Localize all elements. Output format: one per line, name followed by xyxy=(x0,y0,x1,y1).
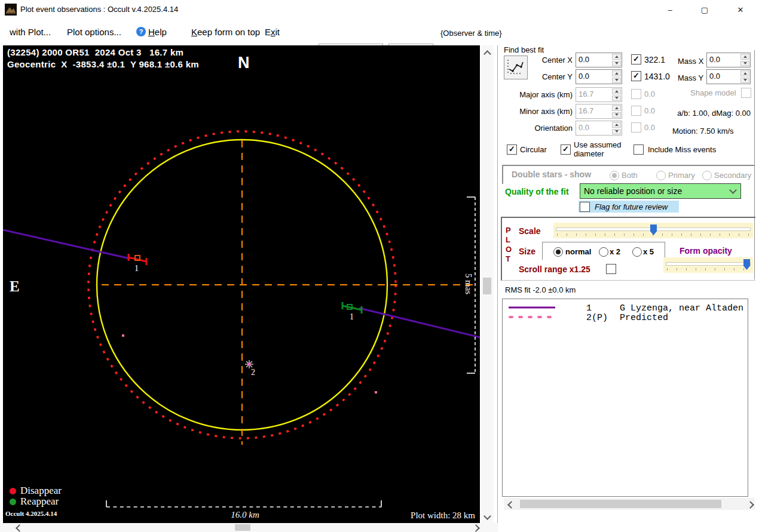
menu-help[interactable]: ? Help xyxy=(148,27,167,37)
double-stars-label: Double stars - show xyxy=(512,170,591,179)
plot-horizontal-scrollbar[interactable] xyxy=(0,523,498,532)
form-opacity-track[interactable] xyxy=(666,262,751,266)
plot-title-line2: Geocentric X -3853.4 ±0.1 Y 968.1 ±0.6 k… xyxy=(7,59,199,69)
include-miss-checkbox[interactable] xyxy=(633,144,644,155)
observation-row[interactable]: 2(P) Predicted xyxy=(503,312,748,322)
major-axis-value[interactable]: 16.7 xyxy=(576,88,611,102)
minimize-button[interactable]: – xyxy=(656,0,684,19)
maximize-icon: ▢ xyxy=(701,5,708,14)
scroll-range-label: Scroll range x1.25 xyxy=(519,265,590,274)
use-assumed-label: Use assumed diameter xyxy=(574,140,625,158)
scale-slider[interactable] xyxy=(553,223,753,238)
shape-model-checkbox[interactable] xyxy=(741,88,751,98)
scroll-up-icon[interactable] xyxy=(483,50,491,58)
center-x-value[interactable]: 0.0 xyxy=(576,53,611,67)
scroll-down-icon[interactable] xyxy=(483,512,491,520)
circular-checkbox[interactable] xyxy=(507,144,517,155)
star1-checkbox[interactable] xyxy=(631,54,641,64)
orientation-up[interactable] xyxy=(612,122,621,128)
minor-axis-up[interactable] xyxy=(612,105,621,111)
observations-listbox[interactable]: 1 G Lyzenga, near Altaden 2(P) Predicted xyxy=(502,299,748,497)
menu-keep-on-top[interactable]: Keep form on top xyxy=(191,27,260,37)
minor-aux-checkbox[interactable] xyxy=(631,106,641,116)
minor-axis-down[interactable] xyxy=(612,112,621,118)
size-x5-radio[interactable] xyxy=(632,247,642,257)
mass-y-value[interactable]: 0.0 xyxy=(707,70,740,84)
occultation-plot-canvas[interactable]: (32254) 2000 OR51 2024 Oct 3 16.7 km Geo… xyxy=(3,45,480,523)
flag-review-label: Flag for future review xyxy=(595,202,668,211)
predicted-dot xyxy=(375,391,377,393)
mass-x-spinner[interactable]: 0.0 xyxy=(706,53,751,67)
orientation-spinner[interactable]: 0.0 xyxy=(576,121,622,136)
center-x-down[interactable] xyxy=(612,61,621,67)
plot-vertical-scrollbar[interactable] xyxy=(481,45,494,523)
help-icon: ? xyxy=(136,27,146,36)
form-opacity-slider[interactable] xyxy=(663,257,753,273)
menu-exit[interactable]: Exit xyxy=(265,27,280,37)
double-both-radio[interactable] xyxy=(610,171,619,180)
chord1-reappear-label: 1 xyxy=(350,312,354,322)
scale-label: Scale xyxy=(519,226,541,236)
observed-chord-ingress xyxy=(3,230,130,259)
flag-review-checkbox[interactable] xyxy=(580,202,590,212)
center-y-value[interactable]: 0.0 xyxy=(576,70,611,84)
center-x-up[interactable] xyxy=(612,54,621,60)
plot-graphics xyxy=(3,45,480,523)
center-y-down[interactable] xyxy=(612,78,621,84)
fit-panel: Find best fit Center X 0.0 322.1 Mass X … xyxy=(501,45,759,532)
menu-with-plot[interactable]: with Plot... xyxy=(10,27,51,37)
panel-horizontal-scrollbar[interactable] xyxy=(504,498,755,510)
maximize-button[interactable]: ▢ xyxy=(691,0,718,19)
orient-aux-checkbox[interactable] xyxy=(631,122,641,133)
mass-x-up[interactable] xyxy=(740,54,749,60)
minor-axis-spinner[interactable]: 16.7 xyxy=(576,104,622,119)
panel-scroll-thumb[interactable] xyxy=(520,500,721,508)
vertical-scroll-thumb[interactable] xyxy=(483,278,491,294)
horizontal-scroll-thumb[interactable] xyxy=(235,524,250,531)
scroll-right-icon[interactable] xyxy=(472,524,480,532)
chevron-down-icon xyxy=(729,186,737,194)
menu-plot-options[interactable]: Plot options... xyxy=(67,27,121,37)
size-x2-radio[interactable] xyxy=(599,247,608,257)
mass-y-down[interactable] xyxy=(740,78,749,84)
observation-row[interactable]: 1 G Lyzenga, near Altaden xyxy=(503,303,748,313)
disappear-dot-icon xyxy=(10,488,16,494)
major-aux-checkbox[interactable] xyxy=(631,89,641,99)
size-radio-group: normal x 2 x 5 xyxy=(542,242,665,260)
center-y-up[interactable] xyxy=(612,70,621,76)
ab-dmag-label: a/b: 1.00, dMag: 0.00 xyxy=(663,109,751,118)
chord1-disappear-label: 1 xyxy=(134,264,139,273)
center-x-spinner[interactable]: 0.0 xyxy=(576,53,622,67)
mass-x-down[interactable] xyxy=(740,61,749,67)
plot-letter-p: P xyxy=(506,226,511,235)
chord1-line-swatch xyxy=(509,305,556,310)
center-y-spinner[interactable]: 0.0 xyxy=(576,69,622,84)
double-both-label: Both xyxy=(622,171,638,180)
star2-checkbox[interactable] xyxy=(631,71,641,81)
orientation-value[interactable]: 0.0 xyxy=(576,121,611,135)
size-normal-label: normal xyxy=(565,247,591,256)
quality-dropdown[interactable]: No reliable position or size xyxy=(580,183,741,199)
orientation-down[interactable] xyxy=(612,129,621,135)
size-normal-radio[interactable] xyxy=(553,247,563,257)
mass-x-value[interactable]: 0.0 xyxy=(707,53,740,67)
mass-y-spinner[interactable]: 0.0 xyxy=(706,69,751,84)
occult-plot-window: Plot event observations : Occult v.4.202… xyxy=(0,0,759,532)
major-axis-spinner[interactable]: 16.7 xyxy=(576,87,622,102)
double-secondary-radio[interactable] xyxy=(702,171,712,180)
close-button[interactable]: ✕ xyxy=(727,0,754,19)
panel-scroll-left-icon[interactable] xyxy=(507,501,515,509)
double-primary-radio[interactable] xyxy=(656,171,666,180)
scroll-left-icon[interactable] xyxy=(16,524,23,532)
mas-scale-label: 5 mas xyxy=(463,266,473,302)
scroll-range-checkbox[interactable] xyxy=(606,264,616,274)
major-axis-down[interactable] xyxy=(612,96,621,102)
panel-scroll-right-icon[interactable] xyxy=(746,501,754,509)
plot-letter-l: L xyxy=(506,235,510,244)
major-axis-up[interactable] xyxy=(612,88,621,94)
chord2-predicted-label: 2 xyxy=(251,368,255,377)
use-assumed-checkbox[interactable] xyxy=(561,144,571,155)
mass-y-up[interactable] xyxy=(740,70,749,76)
minor-axis-value[interactable]: 16.7 xyxy=(576,104,611,118)
plot-title-line1: (32254) 2000 OR51 2024 Oct 3 16.7 km xyxy=(7,47,183,57)
